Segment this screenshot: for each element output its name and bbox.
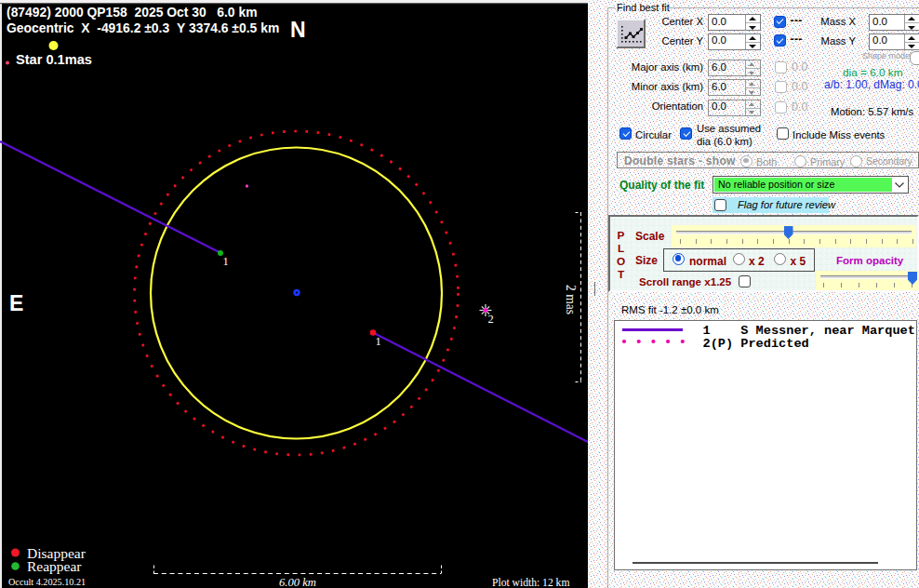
svg-text:2: 2 xyxy=(488,313,494,326)
svg-text:1: 1 xyxy=(223,255,229,268)
svg-text:Occult 4.2025.10.21: Occult 4.2025.10.21 xyxy=(8,577,86,587)
svg-text:1: 1 xyxy=(376,335,381,348)
svg-text:Geocentric X -4916.2 ±0.3 Y: Geocentric X -4916.2 ±0.3 Y 3374.6 ±0.5 … xyxy=(7,20,279,35)
svg-text:E: E xyxy=(9,291,23,315)
svg-text:Star 0.1mas: Star 0.1mas xyxy=(16,52,92,67)
svg-text:6.00 km: 6.00 km xyxy=(279,576,316,588)
svg-text:2 mas: 2 mas xyxy=(564,285,578,314)
svg-text:Reappear: Reappear xyxy=(27,558,82,574)
svg-text:(87492) 2000 QP158 2025 Oct 3: (87492) 2000 QP158 2025 Oct 30 6.0 km xyxy=(7,5,258,20)
svg-text:Plot width: 12 km: Plot width: 12 km xyxy=(492,577,569,588)
svg-text:N: N xyxy=(290,18,306,42)
